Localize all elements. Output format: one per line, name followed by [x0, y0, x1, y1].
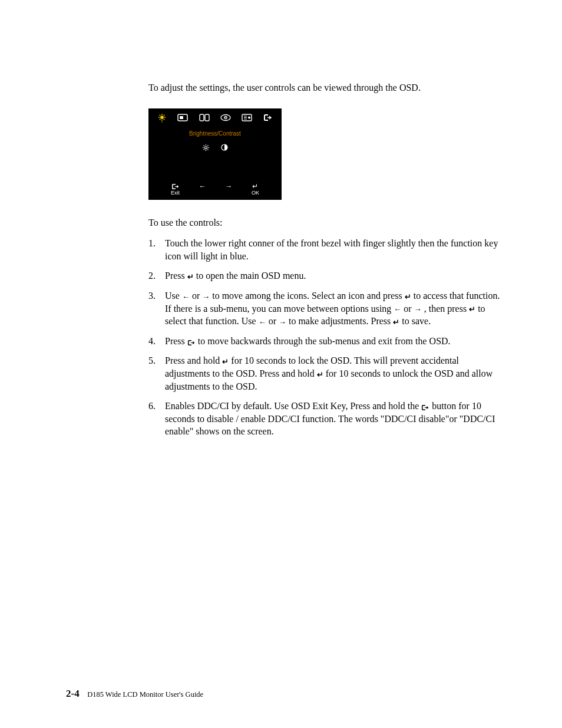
image-properties-icon: [220, 114, 231, 121]
osd-exit-label: Exit: [171, 190, 180, 196]
step-5: Press and hold ↵ for 10 seconds to lock …: [148, 354, 502, 393]
svg-point-9: [161, 121, 163, 123]
step-2-text-a: Press: [165, 271, 187, 281]
step-1: Touch the lower right conner of the fron…: [148, 237, 502, 262]
left-arrow-icon: ←: [259, 318, 266, 326]
svg-line-8: [160, 118, 160, 119]
step-3-a: Use: [165, 291, 182, 301]
exit-arrow-icon: [421, 403, 429, 411]
osd-sub-icons: [148, 140, 282, 153]
step-2-text-b: to open the main OSD menu.: [194, 271, 306, 281]
page-number: 2-4: [66, 688, 80, 699]
step-5-a: Press and hold: [165, 355, 222, 365]
svg-line-30: [203, 149, 204, 150]
intro-text: To adjust the settings, the user control…: [148, 81, 502, 94]
content-area: To adjust the settings, the user control…: [148, 81, 502, 445]
controls-heading: To use the controls:: [148, 216, 502, 229]
page-footer: 2-4 D185 Wide LCD Monitor User's Guide: [66, 688, 203, 700]
osd-exit-button: Exit: [171, 183, 180, 196]
osd-top-row: [148, 113, 282, 123]
osd-ok-button: ↵ OK: [252, 183, 259, 196]
step-3-c: to move among the icons. Select an icon …: [210, 291, 405, 301]
enter-icon: ↵: [317, 371, 323, 378]
enter-icon: ↵: [222, 358, 229, 365]
svg-line-6: [164, 118, 164, 119]
contrast-sub-icon: [221, 143, 228, 151]
svg-rect-13: [205, 114, 209, 121]
position-icon: [177, 114, 188, 121]
svg-point-22: [204, 146, 207, 149]
right-arrow-icon: →: [414, 305, 422, 313]
step-3-i: to make adjustments. Press: [286, 316, 393, 326]
osd-bottom-row: Exit ← → ↵ OK: [148, 183, 282, 196]
left-arrow-icon: ←: [182, 293, 190, 301]
svg-rect-12: [200, 114, 204, 121]
svg-line-29: [207, 145, 208, 146]
step-4-b: to move backwards through the sub-menus …: [196, 336, 451, 346]
osd-screenshot: Brightness/Contrast Exit ← →: [148, 108, 282, 200]
exit-icon: [263, 114, 273, 121]
svg-line-5: [160, 114, 160, 115]
step-6-a: Enables DDC/CI by default. Use OSD Exit …: [165, 401, 421, 411]
right-arrow-icon: →: [202, 293, 210, 301]
step-3-h: or: [266, 316, 279, 326]
svg-point-16: [225, 117, 226, 118]
enter-icon: ↵: [469, 305, 475, 313]
image-setup-icon: [199, 114, 210, 121]
step-3-e: or: [401, 304, 414, 314]
svg-line-27: [203, 145, 204, 146]
steps-list: Touch the lower right conner of the fron…: [148, 237, 502, 438]
svg-point-21: [248, 117, 250, 119]
exit-arrow-icon: [187, 338, 196, 346]
right-arrow-icon: →: [279, 318, 286, 326]
footer-title: D185 Wide LCD Monitor User's Guide: [87, 690, 203, 699]
step-3-b: or: [190, 291, 202, 301]
osd-title: Brightness/Contrast: [148, 130, 282, 138]
step-6: Enables DDC/CI by default. Use OSD Exit …: [148, 400, 502, 438]
svg-rect-11: [180, 116, 183, 119]
step-2: Press ↵ to open the main OSD menu.: [148, 269, 502, 282]
step-3: Use ← or → to move among the icons. Sele…: [148, 289, 502, 328]
page: To adjust the settings, the user control…: [0, 0, 562, 728]
enter-icon: ↵: [187, 273, 194, 281]
step-4: Press to move backwards through the sub-…: [148, 335, 502, 348]
svg-point-0: [161, 116, 163, 118]
osd-left-button: ←: [199, 183, 206, 196]
step-4-a: Press: [165, 336, 187, 346]
step-1-text: Touch the lower right conner of the fron…: [165, 238, 498, 261]
enter-icon: ↵: [405, 293, 411, 301]
enter-icon: ↵: [393, 318, 399, 326]
brightness-icon: [157, 113, 167, 123]
options-icon: [242, 114, 252, 121]
svg-line-7: [164, 114, 164, 115]
step-3-j: to save.: [399, 316, 431, 326]
svg-line-28: [207, 149, 208, 150]
left-arrow-icon: ←: [394, 305, 401, 313]
exit-arrow-icon: [171, 183, 180, 190]
step-3-f: , then press: [422, 304, 469, 314]
brightness-sub-icon: [202, 143, 211, 151]
osd-ok-label: OK: [252, 190, 259, 196]
osd-right-button: →: [225, 183, 232, 196]
